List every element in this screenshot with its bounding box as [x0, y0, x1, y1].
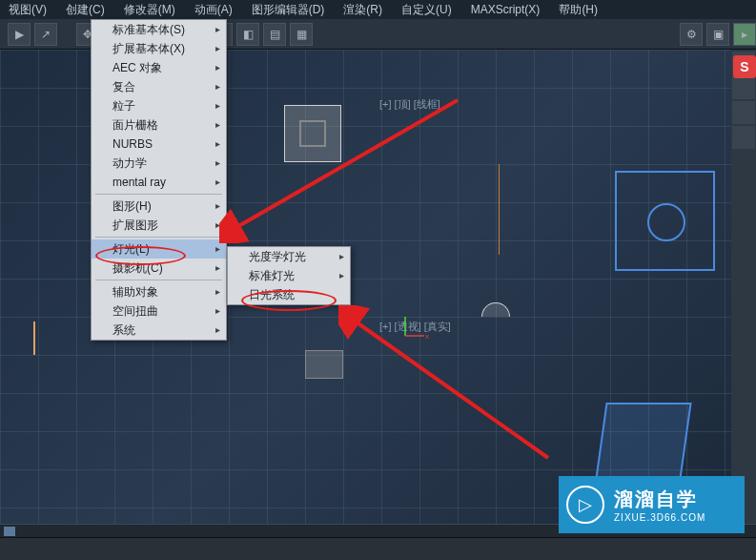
menu-aec-objects[interactable]: AEC 对象	[92, 58, 226, 77]
menu-helpers[interactable]: 辅助对象	[92, 282, 226, 301]
menu-extended-primitives[interactable]: 扩展基本体(X)	[92, 39, 226, 58]
panel-tab-modify[interactable]	[732, 76, 755, 99]
watermark-title: 溜溜自学	[614, 487, 705, 512]
mirror-tool-icon[interactable]: ◧	[236, 23, 259, 46]
timeline-slider[interactable]	[4, 527, 15, 536]
menu-rendering[interactable]: 渲染(R)	[339, 0, 386, 20]
watermark: ▷ 溜溜自学 ZIXUE.3D66.COM	[559, 476, 745, 533]
menu-view[interactable]: 视图(V)	[5, 0, 51, 20]
layer-tool-icon[interactable]: ▦	[290, 23, 313, 46]
menu-lights[interactable]: 灯光(L)	[92, 239, 226, 259]
play-icon: ▷	[566, 486, 604, 524]
menu-separator	[95, 194, 222, 195]
render-setup-icon[interactable]: ⚙	[680, 23, 703, 46]
menu-dynamics[interactable]: 动力学	[92, 154, 226, 173]
render-frame-icon[interactable]: ▣	[706, 23, 729, 46]
menu-systems[interactable]: 系统	[92, 321, 226, 340]
scene-box-gray[interactable]	[305, 350, 343, 379]
screenshot-badge: S	[733, 55, 756, 78]
scene-box-persp[interactable]	[595, 403, 691, 479]
scene-vertical-line	[499, 164, 500, 255]
render-icon[interactable]: ▸	[733, 23, 756, 46]
svg-text:x: x	[425, 332, 429, 341]
menu-standard-lights[interactable]: 标准灯光	[228, 266, 350, 285]
axis-gizmo[interactable]: x	[400, 312, 429, 341]
menu-separator	[95, 280, 222, 280]
menu-animation[interactable]: 动画(A)	[191, 0, 236, 20]
menu-customize[interactable]: 自定义(U)	[398, 0, 456, 20]
menu-photometric-lights[interactable]: 光度学灯光	[228, 247, 350, 266]
menu-cameras[interactable]: 摄影机(C)	[92, 259, 226, 278]
menu-help[interactable]: 帮助(H)	[555, 0, 602, 20]
command-panel-tabs	[731, 50, 756, 524]
menu-particles[interactable]: 粒子	[92, 96, 226, 115]
menu-patch-grids[interactable]: 面片栅格	[92, 115, 226, 135]
panel-tab-hierarchy[interactable]	[732, 101, 755, 124]
menubar: 视图(V) 创建(C) 修改器(M) 动画(A) 图形编辑器(D) 渲染(R) …	[0, 0, 756, 19]
menu-space-warps[interactable]: 空间扭曲	[92, 301, 226, 321]
scene-marker	[33, 321, 35, 355]
select-tool-icon[interactable]: ▶	[8, 23, 31, 46]
menu-graph-editors[interactable]: 图形编辑器(D)	[248, 0, 329, 20]
scene-rectangle[interactable]	[284, 105, 341, 162]
menu-separator	[95, 237, 222, 238]
menu-compound[interactable]: 复合	[92, 77, 226, 96]
lights-submenu: 光度学灯光 标准灯光 日光系统	[227, 246, 351, 305]
menu-standard-primitives[interactable]: 标准基本体(S)	[92, 20, 226, 39]
watermark-url: ZIXUE.3D66.COM	[614, 512, 705, 523]
menu-mental-ray[interactable]: mental ray	[92, 173, 226, 192]
menu-daylight-system[interactable]: 日光系统	[228, 285, 350, 304]
link-tool-icon[interactable]: ↗	[34, 23, 57, 46]
menu-create[interactable]: 创建(C)	[62, 0, 109, 20]
menu-shapes[interactable]: 图形(H)	[92, 197, 226, 216]
create-dropdown: 标准基本体(S) 扩展基本体(X) AEC 对象 复合 粒子 面片栅格 NURB…	[91, 19, 227, 341]
panel-tab-motion[interactable]	[732, 126, 755, 149]
menu-nurbs[interactable]: NURBS	[92, 135, 226, 154]
statusbar	[0, 537, 756, 560]
scene-box-blue[interactable]	[615, 171, 715, 271]
align-tool-icon[interactable]: ▤	[263, 23, 286, 46]
menu-extended-shapes[interactable]: 扩展图形	[92, 216, 226, 235]
viewport-label-top[interactable]: [+] [顶] [线框]	[379, 97, 440, 112]
menu-maxscript[interactable]: MAXScript(X)	[467, 1, 544, 18]
menu-modifiers[interactable]: 修改器(M)	[120, 0, 179, 20]
